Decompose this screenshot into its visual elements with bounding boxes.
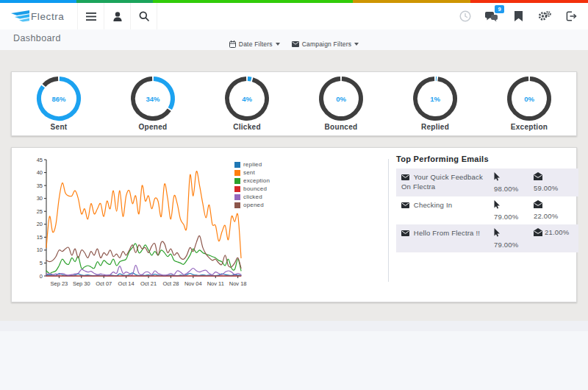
app-header: Flectra bbox=[0, 3, 588, 30]
gauge-label: Sent bbox=[12, 123, 106, 131]
kpi-gauges-card: 86%Sent34%Opened4%Clicked0%Bounced1%Repl… bbox=[11, 71, 577, 136]
click-rate-cell: 98.00% bbox=[494, 172, 534, 193]
click-rate-cell: 79.00% bbox=[494, 228, 534, 249]
open-rate-cell: 59.00% bbox=[534, 172, 573, 192]
messages-badge: 9 bbox=[495, 5, 504, 13]
chevron-down-icon bbox=[354, 43, 359, 46]
legend-label: replied bbox=[243, 161, 262, 168]
legend-item-opened[interactable]: opened bbox=[234, 201, 270, 209]
chart-legend: repliedsentexceptionbouncedclickedopened bbox=[234, 160, 270, 209]
search-button[interactable] bbox=[131, 3, 157, 29]
svg-text:40: 40 bbox=[37, 169, 43, 176]
svg-text:10: 10 bbox=[37, 247, 43, 253]
filters-row: Date Filters Campaign Filters bbox=[0, 40, 588, 48]
legend-swatch bbox=[234, 178, 240, 184]
legend-item-bounced[interactable]: bounced bbox=[234, 185, 270, 193]
activity-clock-button[interactable] bbox=[456, 3, 475, 29]
envelope-icon bbox=[401, 202, 409, 208]
gears-icon bbox=[538, 11, 551, 22]
gauge-sent: 86%Sent bbox=[12, 72, 106, 135]
click-rate-value: 79.00% bbox=[494, 213, 534, 221]
gauge-percent: 1% bbox=[430, 95, 440, 103]
top-emails-panel: Top Performing Emails Your Quick Feedbac… bbox=[396, 155, 578, 252]
click-rate-value: 98.00% bbox=[494, 185, 534, 193]
envelope-open-icon bbox=[534, 172, 542, 180]
open-rate-cell: 22.00% bbox=[534, 200, 573, 220]
email-row[interactable]: Your Quick Feedback On Flectra98.00%59.0… bbox=[396, 169, 578, 196]
bookmark-icon bbox=[514, 11, 523, 21]
svg-text:45: 45 bbox=[37, 157, 43, 163]
search-icon bbox=[139, 11, 149, 21]
gauge-percent: 86% bbox=[51, 95, 66, 103]
gauge-ring: 4% bbox=[223, 75, 270, 122]
legend-swatch bbox=[234, 186, 240, 192]
gauge-replied: 1%Replied bbox=[388, 72, 482, 135]
cursor-icon bbox=[494, 228, 501, 237]
gauge-ring: 86% bbox=[35, 75, 82, 122]
gauge-ring: 0% bbox=[506, 75, 553, 122]
gauge-exception: 0%Exception bbox=[482, 72, 576, 135]
svg-text:Nov 11: Nov 11 bbox=[207, 280, 224, 287]
legend-item-sent[interactable]: sent bbox=[234, 169, 270, 177]
menu-button[interactable] bbox=[77, 3, 104, 29]
campaign-filters-label: Campaign Filters bbox=[302, 40, 351, 48]
email-row[interactable]: Checking In79.00%22.00% bbox=[396, 196, 578, 224]
gauge-ring: 1% bbox=[412, 75, 459, 122]
logo[interactable]: Flectra bbox=[10, 7, 64, 25]
gauge-bounced: 0%Bounced bbox=[294, 72, 388, 135]
flectra-logo-icon bbox=[10, 9, 30, 24]
top-emails-list: Your Quick Feedback On Flectra98.00%59.0… bbox=[396, 169, 578, 252]
email-row[interactable]: Hello From Flectra !!79.00%21.00% bbox=[396, 224, 578, 252]
campaign-stats-card: 051015202530354045Sep 23Sep 30Oct 07Oct … bbox=[11, 147, 577, 302]
open-rate-cell: 21.00% bbox=[534, 228, 573, 236]
gauge-percent: 34% bbox=[146, 95, 160, 103]
open-rate-value: 59.00% bbox=[534, 184, 573, 192]
gauge-label: Exception bbox=[482, 123, 576, 131]
date-filters-dropdown[interactable]: Date Filters bbox=[229, 40, 280, 48]
legend-label: exception bbox=[243, 177, 270, 184]
legend-item-replied[interactable]: replied bbox=[234, 160, 270, 169]
chevron-down-icon bbox=[276, 43, 280, 46]
logo-text: Flectra bbox=[31, 11, 64, 22]
legend-swatch bbox=[234, 202, 240, 208]
svg-text:25: 25 bbox=[37, 208, 43, 215]
gauge-percent: 0% bbox=[524, 95, 534, 103]
gauge-ring: 0% bbox=[318, 75, 365, 122]
svg-text:Sep 30: Sep 30 bbox=[73, 280, 90, 287]
legend-swatch bbox=[234, 170, 240, 176]
messages-button[interactable]: 9 bbox=[482, 3, 501, 29]
open-rate-value: 22.00% bbox=[534, 212, 573, 220]
gauge-ring: 34% bbox=[129, 75, 176, 122]
envelope-open-icon bbox=[534, 200, 542, 208]
svg-text:Sep 23: Sep 23 bbox=[50, 280, 68, 287]
user-button[interactable] bbox=[104, 3, 131, 29]
legend-label: sent bbox=[243, 169, 255, 176]
envelope-icon bbox=[292, 41, 299, 47]
header-right-icons: 9 bbox=[448, 3, 581, 29]
cursor-icon bbox=[494, 172, 501, 181]
svg-text:30: 30 bbox=[37, 195, 43, 202]
gauge-percent: 0% bbox=[336, 95, 346, 103]
header-left-buttons bbox=[77, 3, 157, 29]
svg-text:20: 20 bbox=[37, 221, 43, 227]
flectra-dashboard-page: Flectra bbox=[0, 0, 588, 390]
svg-text:5: 5 bbox=[40, 260, 43, 266]
gauge-label: Bounced bbox=[294, 123, 388, 131]
svg-text:Oct 21: Oct 21 bbox=[140, 280, 157, 287]
gauge-opened: 34%Opened bbox=[106, 72, 200, 135]
campaign-line-chart: 051015202530354045Sep 23Sep 30Oct 07Oct … bbox=[26, 154, 247, 295]
gauge-label: Clicked bbox=[200, 123, 294, 131]
campaign-filters-dropdown[interactable]: Campaign Filters bbox=[292, 40, 359, 48]
svg-text:Nov 18: Nov 18 bbox=[229, 280, 247, 287]
top-emails-title: Top Performing Emails bbox=[396, 155, 578, 163]
bookmark-button[interactable] bbox=[509, 3, 528, 29]
svg-text:Oct 14: Oct 14 bbox=[118, 280, 135, 287]
envelope-open-icon bbox=[534, 228, 542, 236]
svg-text:15: 15 bbox=[37, 234, 43, 241]
settings-button[interactable] bbox=[535, 3, 554, 29]
logout-button[interactable] bbox=[562, 3, 581, 29]
menu-icon bbox=[86, 13, 96, 21]
legend-item-exception[interactable]: exception bbox=[234, 177, 270, 185]
legend-swatch bbox=[234, 194, 240, 200]
legend-item-clicked[interactable]: clicked bbox=[234, 193, 270, 201]
